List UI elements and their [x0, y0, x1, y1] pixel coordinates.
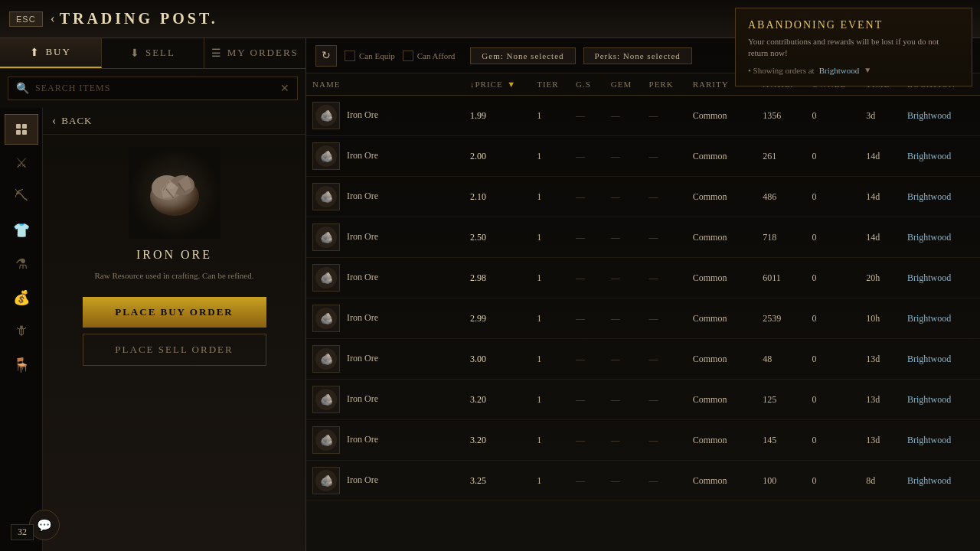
can-equip-checkbox[interactable]	[345, 51, 355, 61]
col-header-gs[interactable]: G.S	[570, 73, 605, 96]
table-row[interactable]: 🪨 Iron Ore 3.20 1 — — — Common 145 0 13d…	[306, 420, 980, 461]
cell-owned: 0	[805, 177, 860, 217]
table-row[interactable]: 🪨 Iron Ore 2.98 1 — — — Common 6011 0 20…	[306, 258, 980, 298]
back-arrow-icon[interactable]: ‹	[51, 11, 55, 27]
clear-search-button[interactable]: ✕	[280, 82, 289, 94]
cell-time: 20h	[860, 258, 901, 298]
cell-gs: —	[570, 380, 605, 420]
cell-gem: —	[605, 217, 643, 258]
tab-my-orders[interactable]: ☰ MY ORDERS	[204, 38, 305, 68]
cell-tier: 1	[531, 217, 570, 258]
can-afford-checkbox[interactable]	[403, 51, 413, 61]
cell-gem: —	[605, 96, 643, 136]
nav-icon-furniture[interactable]: 🪑	[5, 350, 38, 380]
col-header-price[interactable]: ↓Price ▼	[464, 73, 531, 96]
cell-avail: 2539	[756, 298, 805, 339]
table-row[interactable]: 🪨 Iron Ore 2.10 1 — — — Common 486 0 14d…	[306, 177, 980, 217]
col-header-name[interactable]: Name	[306, 73, 464, 96]
item-image	[140, 158, 209, 227]
place-buy-order-button[interactable]: Place Buy Order	[83, 297, 266, 328]
nav-icon-bag[interactable]: 💰	[5, 282, 38, 313]
item-icon-inner: 🪨	[315, 308, 337, 329]
nav-icon-pickaxe[interactable]: ⛏	[5, 181, 38, 212]
table-row[interactable]: 🪨 Iron Ore 3.20 1 — — — Common 125 0 13d…	[306, 380, 980, 420]
item-row-icon: 🪨	[312, 223, 340, 251]
cell-avail: 1356	[756, 96, 805, 136]
item-detail: IRON ORE Raw Resource used in crafting. …	[43, 135, 305, 551]
cell-price: 2.00	[464, 136, 531, 177]
cell-tier: 1	[531, 136, 570, 177]
cell-gem: —	[605, 177, 643, 217]
tab-bar: ⬆ BUY ⬇ SELL ☰ MY ORDERS	[0, 38, 305, 69]
abandon-popup: ABANDONING EVENT Your contributions and …	[735, 8, 972, 86]
chat-button[interactable]: 💬	[29, 510, 60, 540]
cell-time: 14d	[860, 177, 901, 217]
nav-icon-grid[interactable]	[5, 114, 38, 145]
cell-price: 1.99	[464, 96, 531, 136]
cell-tier: 1	[531, 420, 570, 461]
cell-gem: —	[605, 298, 643, 339]
cell-perk: —	[643, 380, 687, 420]
esc-button[interactable]: ESC	[9, 11, 43, 27]
abandon-text: Your contributions and rewards will be l…	[748, 36, 959, 60]
location-link[interactable]: Brightwood	[819, 66, 860, 75]
cell-owned: 0	[805, 420, 860, 461]
col-header-gem[interactable]: Gem	[605, 73, 643, 96]
cell-location: Brightwood	[901, 96, 980, 136]
cell-perk: —	[643, 339, 687, 380]
cell-location: Brightwood	[901, 339, 980, 380]
table-row[interactable]: 🪨 Iron Ore 3.00 1 — — — Common 48 0 13d …	[306, 339, 980, 380]
location-dropdown-icon[interactable]: ▼	[864, 66, 871, 74]
nav-icon-sword[interactable]: ⚔	[5, 148, 38, 178]
table-row[interactable]: 🪨 Iron Ore 2.00 1 — — — Common 261 0 14d…	[306, 136, 980, 177]
cell-perk: —	[643, 298, 687, 339]
col-header-tier[interactable]: Tier	[531, 73, 570, 96]
col-header-perk[interactable]: Perk	[643, 73, 687, 96]
tab-sell[interactable]: ⬇ SELL	[102, 38, 204, 68]
cell-owned: 0	[805, 461, 860, 501]
bottom-counter: 32	[11, 524, 34, 540]
cell-tier: 1	[531, 258, 570, 298]
cell-perk: —	[643, 258, 687, 298]
search-icon: 🔍	[16, 82, 29, 95]
nav-icon-alchemy[interactable]: ⚗	[5, 249, 38, 279]
cell-name: 🪨 Iron Ore	[306, 298, 464, 339]
cell-price: 3.25	[464, 461, 531, 501]
item-icon-inner: 🪨	[315, 145, 337, 167]
nav-icon-dagger[interactable]: 🗡	[5, 316, 38, 347]
cell-time: 10h	[860, 298, 901, 339]
back-button[interactable]: ‹ BACK	[43, 108, 305, 135]
cell-price: 2.99	[464, 298, 531, 339]
refresh-button[interactable]: ↻	[315, 45, 337, 67]
can-equip-label: Can Equip	[359, 51, 395, 60]
perks-filter-button[interactable]: Perks: None selected	[583, 47, 692, 64]
table-row[interactable]: 🪨 Iron Ore 2.99 1 — — — Common 2539 0 10…	[306, 298, 980, 339]
item-row-icon: 🪨	[312, 386, 340, 413]
item-icon-inner: 🪨	[315, 186, 337, 207]
cell-avail: 48	[756, 339, 805, 380]
place-sell-order-button[interactable]: Place Sell Order	[83, 334, 266, 366]
table-row[interactable]: 🪨 Iron Ore 1.99 1 — — — Common 1356 0 3d…	[306, 96, 980, 136]
tab-buy[interactable]: ⬆ BUY	[0, 38, 102, 68]
cell-time: 13d	[860, 380, 901, 420]
nav-icon-armor[interactable]: 👕	[5, 215, 38, 246]
cell-gs: —	[570, 258, 605, 298]
cell-avail: 125	[756, 380, 805, 420]
can-afford-filter[interactable]: Can Afford	[403, 51, 456, 61]
cell-location: Brightwood	[901, 136, 980, 177]
cell-gem: —	[605, 339, 643, 380]
cell-tier: 1	[531, 298, 570, 339]
gem-filter-button[interactable]: Gem: None selected	[470, 47, 575, 64]
results-table-container[interactable]: Name ↓Price ▼ Tier G.S Gem Perk Rarity A…	[306, 73, 980, 551]
cell-name: 🪨 Iron Ore	[306, 258, 464, 298]
cell-time: 14d	[860, 136, 901, 177]
svg-point-8	[166, 183, 175, 189]
cell-perk: —	[643, 420, 687, 461]
can-equip-filter[interactable]: Can Equip	[345, 51, 395, 61]
table-row[interactable]: 🪨 Iron Ore 2.50 1 — — — Common 718 0 14d…	[306, 217, 980, 258]
search-input[interactable]	[35, 83, 274, 94]
cell-rarity: Common	[687, 461, 757, 501]
back-label: BACK	[61, 115, 92, 127]
table-row[interactable]: 🪨 Iron Ore 3.25 1 — — — Common 100 0 8d …	[306, 461, 980, 501]
back-chevron-icon: ‹	[52, 114, 57, 128]
